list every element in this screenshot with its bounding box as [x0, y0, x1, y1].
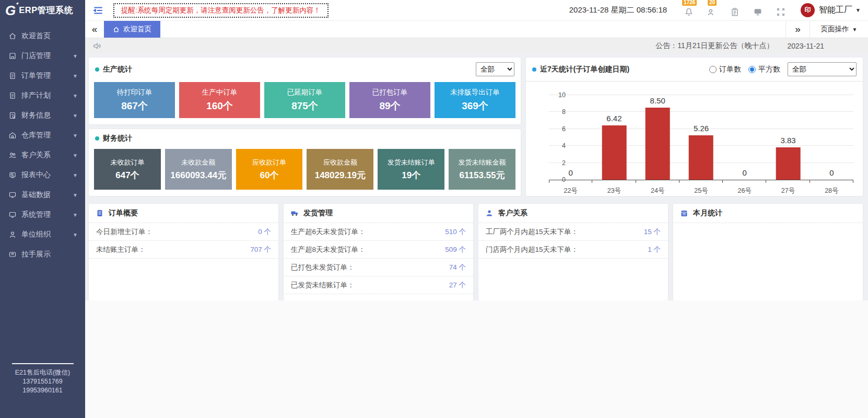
fullscreen-button[interactable]	[775, 4, 787, 17]
summary-panels: 订单概要 今日新增主订单： 0 个 未结账主订单： 707 个 发货管理	[89, 204, 863, 300]
caret-down-icon: ▼	[855, 7, 861, 13]
system-reminder: 提醒:系统每周定期更新，请注意查阅更新公告，了解更新内容！	[113, 3, 329, 18]
stat-card-delayed[interactable]: 已延期订单 875个	[264, 82, 345, 118]
sidebar-item-organization[interactable]: 单位组织 ▼	[0, 225, 85, 245]
chevron-down-icon: ▼	[73, 192, 78, 198]
sidebar-item-system[interactable]: 系统管理 ▼	[0, 205, 85, 225]
radio-label: 平方数	[758, 65, 780, 74]
stat-card-unpaid-orders[interactable]: 未收款订单 647个	[94, 149, 161, 190]
row-label: 今日新增主订单：	[96, 227, 153, 237]
chevron-down-icon: ▼	[73, 212, 78, 218]
summary-row: 生产超8天未发货订单： 509 个	[284, 241, 473, 259]
sidebar-item-scheduling[interactable]: 排产计划 ▼	[0, 86, 85, 106]
content-background	[85, 300, 868, 418]
panel-header: 近7天统计(子订单创建日期) 订单数 平方数	[526, 57, 863, 82]
collapse-menu-icon[interactable]	[91, 4, 105, 17]
tasks-button[interactable]	[729, 4, 741, 17]
app-title: ERP管理系统	[19, 5, 73, 16]
radio-order-count[interactable]: 订单数	[709, 65, 741, 74]
tab-home[interactable]: 欢迎首页	[104, 21, 160, 38]
card-label: 应收款金额	[323, 158, 357, 167]
radio-label: 订单数	[719, 65, 741, 74]
panel-title: 近7天统计(子订单创建日期)	[540, 65, 629, 74]
stat-card-shipped-unsettled-amount[interactable]: 发货未结账金额 61153.55元	[449, 149, 515, 190]
cast-button[interactable]	[752, 4, 764, 17]
radio-square-count[interactable]: 平方数	[748, 65, 780, 74]
sidebar-item-label: 欢迎首页	[21, 31, 78, 41]
announcement-link[interactable]: 公告：11月21日更新公告（晚十点）	[655, 41, 773, 51]
sidebar-item-label: 门店管理	[21, 51, 73, 61]
store-icon	[8, 52, 17, 60]
card-label: 未排版导出订单	[450, 88, 500, 97]
contacts-button[interactable]: 20	[706, 4, 718, 17]
sidebar-item-basedata[interactable]: 基础数据 ▼	[0, 185, 85, 205]
panel-header: 订单概要	[89, 204, 278, 223]
sidebar-item-finance[interactable]: 财务信息 ▼	[0, 106, 85, 125]
stat-card-unpaid-amount[interactable]: 未收款金额 1660093.44元	[165, 149, 232, 190]
bullet-icon	[532, 67, 536, 72]
row-label: 生产超6天未发货订单：	[291, 227, 366, 237]
notifications-badge: 1726	[682, 0, 697, 6]
sidebar-item-label: 仓库管理	[21, 131, 73, 140]
speaker-icon[interactable]	[92, 41, 102, 51]
production-filter-select[interactable]: 全部	[476, 62, 514, 76]
stat-card-unexported[interactable]: 未排版导出订单 369个	[435, 82, 515, 118]
warehouse-icon	[8, 131, 17, 140]
sidebar-item-warehouse[interactable]: 仓库管理 ▼	[0, 125, 85, 145]
sidebar-item-orders[interactable]: 订单管理 ▼	[0, 66, 85, 86]
card-label: 生产中订单	[202, 88, 238, 97]
radio-square-count-input[interactable]	[748, 66, 756, 73]
dashboard: 生产统计 全部 待打印订单 867个 生产中订单	[85, 54, 868, 300]
bar-value-label: 3.83	[780, 136, 795, 145]
sidebar-item-lashou[interactable]: 拉手展示	[0, 245, 85, 264]
stat-card-to-print[interactable]: 待打印订单 867个	[94, 82, 175, 118]
stat-card-shipped-unsettled-orders[interactable]: 发货未结账订单 19个	[378, 149, 444, 190]
radio-order-count-input[interactable]	[709, 66, 717, 73]
sidebar-item-home[interactable]: 欢迎首页	[0, 26, 85, 46]
sidebar-item-stores[interactable]: 门店管理 ▼	[0, 46, 85, 66]
notifications-button[interactable]: 1726	[683, 4, 695, 17]
row-value: 707 个	[250, 245, 271, 254]
sidebar-item-reports[interactable]: 报表中心 ▼	[0, 165, 85, 185]
chevron-down-icon: ▼	[73, 153, 78, 158]
chart-filter-select[interactable]: 全部	[788, 62, 857, 76]
sidebar-item-customers[interactable]: 客户关系 ▼	[0, 145, 85, 165]
support-phone-title: E21售后电话(微信)	[0, 368, 85, 377]
row-value: 15 个	[644, 227, 661, 237]
card-label: 待打印订单	[117, 88, 153, 97]
row-label: 生产超8天未发货订单：	[291, 245, 366, 254]
panel-title: 生产统计	[103, 65, 132, 74]
summary-row: 已打包未发货订单： 74 个	[284, 259, 473, 276]
chevron-down-icon: ▼	[73, 93, 78, 99]
stat-card-packed[interactable]: 已打包订单 89个	[349, 82, 430, 118]
x-axis-label: 26号	[723, 183, 766, 194]
user-menu[interactable]: 印 智能工厂 ▼	[801, 3, 861, 17]
bar-value-label: 5.26	[694, 124, 709, 133]
page-actions-button[interactable]: 页面操作 ▼	[810, 21, 868, 38]
bar-value-label: 8.50	[650, 96, 665, 105]
sidebar-item-label: 订单管理	[21, 71, 73, 80]
scroll-tabs-right-button[interactable]: »	[785, 21, 810, 38]
sidebar-item-label: 系统管理	[21, 210, 73, 219]
x-axis-label: 27号	[766, 183, 810, 194]
shipping-panel: 发货管理 生产超6天未发货订单： 510 个 生产超8天未发货订单： 509 个…	[284, 204, 473, 300]
bar-25号	[689, 135, 713, 180]
truck-icon	[290, 209, 299, 217]
file-icon	[8, 72, 17, 80]
card-value: 160个	[206, 99, 233, 113]
scroll-tabs-left-button[interactable]: «	[85, 21, 104, 38]
summary-row: 生产超6天未发货订单： 510 个	[284, 223, 473, 241]
stat-card-receivable-orders[interactable]: 应收款订单 60个	[236, 149, 303, 190]
chevron-down-icon: ▼	[73, 53, 78, 59]
row-label: 未结账主订单：	[96, 245, 146, 254]
production-stats-panel: 生产统计 全部 待打印订单 867个 生产中订单	[89, 57, 521, 124]
stat-card-in-production[interactable]: 生产中订单 160个	[179, 82, 260, 118]
chart-plot: 024681006.428.505.2603.830	[549, 95, 853, 180]
x-axis-label: 28号	[810, 183, 853, 194]
bar-value-label: 0	[743, 168, 747, 177]
avatar: 印	[801, 3, 815, 17]
card-label: 发货未结账金额	[459, 158, 506, 167]
stat-card-receivable-amount[interactable]: 应收款金额 148029.19元	[307, 149, 373, 190]
contacts-badge: 20	[708, 0, 717, 6]
bar-27号	[776, 147, 801, 180]
